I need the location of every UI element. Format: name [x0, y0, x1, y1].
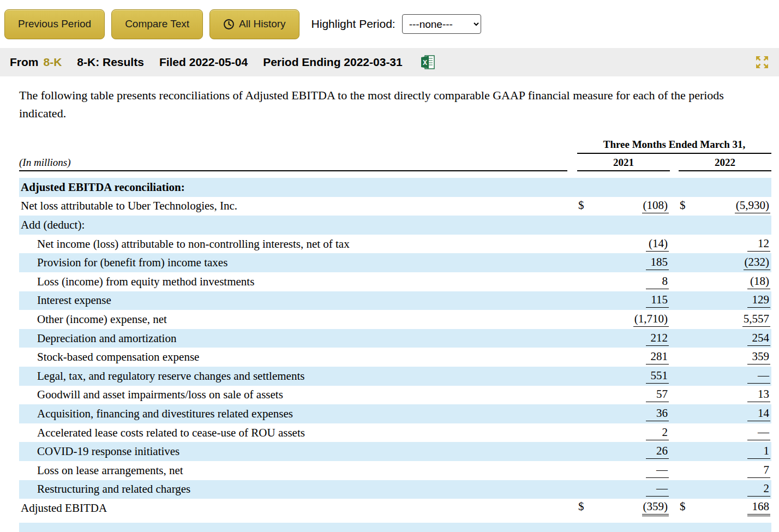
- table-row: Interest expense115129: [19, 291, 771, 310]
- cell-value: —: [646, 463, 669, 478]
- table-row: Loss on lease arrangements, net—7: [19, 461, 771, 480]
- cell-value: 8: [646, 274, 669, 289]
- row-label: Restructuring and related charges: [19, 482, 577, 496]
- cell-value: [747, 225, 770, 225]
- row-label: Other (income) expense, net: [19, 313, 577, 326]
- value-cell-2022: 359: [679, 350, 771, 364]
- column-header-2022: 2022: [679, 157, 771, 171]
- row-label: Add (deduct):: [19, 218, 577, 232]
- intro-paragraph: The following table presents reconciliat…: [19, 86, 771, 122]
- cell-value: 551: [646, 369, 669, 384]
- cell-value: 5,557: [742, 312, 770, 327]
- row-label: Interest expense: [19, 294, 577, 307]
- table-row: Add (deduct):: [19, 216, 771, 235]
- value-cell-2021: $(359): [577, 500, 670, 516]
- cell-value: (232): [744, 255, 771, 270]
- value-cell-2022: (18): [679, 274, 771, 289]
- clock-icon: [223, 19, 235, 30]
- value-cell-2021: 551: [577, 369, 670, 384]
- toolbar: Previous Period Compare Text All History…: [0, 0, 779, 48]
- row-label: Adjusted EBITDA: [19, 501, 577, 515]
- compare-text-button[interactable]: Compare Text: [111, 9, 203, 39]
- row-label: Loss on lease arrangements, net: [19, 464, 577, 477]
- table-row: Other (income) expense, net(1,710)5,557: [19, 310, 771, 329]
- value-cell-2021: (14): [577, 237, 670, 252]
- svg-text:X: X: [423, 59, 427, 67]
- document-content: The following table presents reconciliat…: [0, 76, 779, 518]
- value-cell-2021: 185: [577, 255, 670, 270]
- value-cell-2022: 254: [679, 331, 771, 346]
- table-row: Acquisition, financing and divestitures …: [19, 404, 771, 423]
- button-label: Previous Period: [18, 18, 91, 30]
- value-cell-2021: —: [577, 463, 670, 478]
- value-cell-2021: 2: [577, 426, 670, 440]
- document-header-bar: From8-K 8-K: Results Filed 2022-05-04 Pe…: [0, 48, 779, 76]
- cell-value: [747, 187, 770, 188]
- in-millions-label: (In millions): [19, 157, 70, 168]
- cell-value: —: [747, 369, 770, 384]
- previous-period-button[interactable]: Previous Period: [4, 9, 105, 39]
- row-label: Accelerated lease costs related to cease…: [19, 426, 577, 440]
- dollar-sign: $: [680, 500, 686, 513]
- cell-value: 129: [747, 293, 770, 308]
- dollar-sign: $: [578, 199, 584, 212]
- value-cell-2022: 2: [679, 482, 771, 497]
- value-cell-2021: 57: [577, 387, 670, 402]
- value-cell-2022: 14: [679, 407, 771, 421]
- value-cell-2022: 1: [679, 444, 771, 459]
- financial-table-body: Adjusted EBITDA reconciliation:Net loss …: [19, 178, 771, 518]
- value-cell-2022: $(5,930): [679, 199, 771, 213]
- cell-value: 26: [646, 444, 669, 459]
- value-cell-2022: [679, 225, 771, 225]
- value-cell-2021: $(108): [577, 199, 670, 213]
- table-header: (In millions) Three Months Ended March 3…: [19, 139, 771, 171]
- cell-value: 14: [747, 407, 770, 421]
- table-row: Legal, tax, and regulatory reserve chang…: [19, 367, 771, 386]
- partial-next-row: [19, 523, 771, 532]
- value-cell-2022: $168: [679, 500, 771, 516]
- value-cell-2021: [577, 187, 670, 188]
- table-row: Depreciation and amortization212254: [19, 329, 771, 348]
- highlight-period-label: Highlight Period:: [311, 17, 396, 31]
- cell-value: 115: [646, 293, 669, 308]
- row-label: Depreciation and amortization: [19, 332, 577, 345]
- value-cell-2021: —: [577, 482, 670, 497]
- value-cell-2022: —: [679, 426, 771, 440]
- cell-value: [646, 225, 669, 225]
- table-row: Net loss attributable to Uber Technologi…: [19, 197, 771, 216]
- cell-value: 12: [747, 237, 770, 252]
- filed-date: Filed 2022-05-04: [159, 56, 248, 69]
- row-label: Legal, tax, and regulatory reserve chang…: [19, 369, 577, 383]
- value-cell-2021: 212: [577, 331, 670, 346]
- value-cell-2021: 8: [577, 274, 670, 289]
- cell-value: 36: [646, 407, 669, 421]
- all-history-button[interactable]: All History: [209, 9, 299, 39]
- value-cell-2022: 129: [679, 293, 771, 308]
- table-row: Goodwill and asset impairments/loss on s…: [19, 386, 771, 405]
- cell-value: 13: [747, 387, 770, 402]
- value-cell-2022: 7: [679, 463, 771, 478]
- value-cell-2022: 13: [679, 387, 771, 402]
- cell-value: 2: [747, 482, 770, 497]
- row-label: Loss (income) from equity method investm…: [19, 275, 577, 289]
- row-label: Stock-based compensation expense: [19, 350, 577, 364]
- value-cell-2022: 12: [679, 237, 771, 252]
- value-cell-2022: —: [679, 369, 771, 384]
- cell-value: 281: [646, 350, 669, 364]
- cell-value: (108): [642, 199, 669, 213]
- from-filing: From8-K: [10, 56, 62, 69]
- table-row: Adjusted EBITDA reconciliation:: [19, 178, 771, 197]
- expand-icon[interactable]: [755, 55, 769, 69]
- value-cell-2022: (232): [679, 255, 771, 270]
- cell-value: (1,710): [633, 312, 669, 327]
- doc-type: 8-K: Results: [77, 56, 144, 69]
- value-cell-2021: 281: [577, 350, 670, 364]
- highlight-period-select[interactable]: ---none---: [402, 14, 481, 34]
- cell-value: 7: [747, 463, 770, 478]
- excel-export-icon[interactable]: X: [420, 55, 435, 70]
- table-row: Adjusted EBITDA$(359)$168: [19, 499, 771, 518]
- row-label: Goodwill and asset impairments/loss on s…: [19, 388, 577, 402]
- cell-value: 1: [747, 444, 770, 459]
- table-row: Net income (loss) attributable to non-co…: [19, 235, 771, 254]
- cell-value: —: [747, 426, 770, 440]
